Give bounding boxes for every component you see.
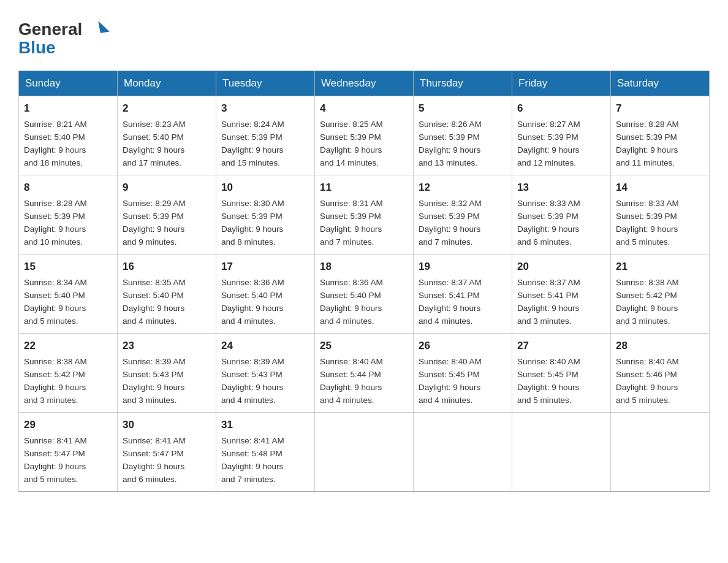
day-info: Sunrise: 8:34 AMSunset: 5:40 PMDaylight:…	[24, 278, 87, 326]
day-info: Sunrise: 8:36 AMSunset: 5:40 PMDaylight:…	[221, 278, 284, 326]
day-info: Sunrise: 8:37 AMSunset: 5:41 PMDaylight:…	[517, 278, 580, 326]
day-number: 13	[517, 180, 605, 196]
day-info: Sunrise: 8:24 AMSunset: 5:39 PMDaylight:…	[221, 120, 284, 167]
day-number: 21	[616, 259, 704, 275]
weekday-header-saturday: Saturday	[611, 71, 710, 96]
day-info: Sunrise: 8:28 AMSunset: 5:39 PMDaylight:…	[24, 199, 87, 247]
page-header: General Blue	[18, 12, 710, 59]
day-number: 27	[517, 338, 605, 354]
day-info: Sunrise: 8:40 AMSunset: 5:45 PMDaylight:…	[419, 357, 482, 405]
calendar-cell: 6Sunrise: 8:27 AMSunset: 5:39 PMDaylight…	[512, 96, 611, 175]
day-number: 2	[123, 101, 211, 117]
day-info: Sunrise: 8:27 AMSunset: 5:39 PMDaylight:…	[517, 120, 580, 167]
calendar-table: SundayMondayTuesdayWednesdayThursdayFrid…	[18, 71, 710, 492]
day-info: Sunrise: 8:21 AMSunset: 5:40 PMDaylight:…	[24, 120, 87, 167]
day-info: Sunrise: 8:26 AMSunset: 5:39 PMDaylight:…	[419, 120, 482, 167]
day-info: Sunrise: 8:32 AMSunset: 5:39 PMDaylight:…	[419, 199, 482, 247]
logo-svg: General Blue	[18, 15, 113, 59]
day-number: 22	[24, 338, 112, 354]
calendar-cell: 28Sunrise: 8:40 AMSunset: 5:46 PMDayligh…	[611, 334, 710, 413]
weekday-header-monday: Monday	[118, 71, 216, 96]
day-number: 8	[24, 180, 112, 196]
calendar-week-row: 22Sunrise: 8:38 AMSunset: 5:42 PMDayligh…	[19, 334, 710, 413]
day-info: Sunrise: 8:36 AMSunset: 5:40 PMDaylight:…	[320, 278, 383, 326]
calendar-cell: 13Sunrise: 8:33 AMSunset: 5:39 PMDayligh…	[512, 175, 611, 255]
day-number: 17	[221, 259, 309, 275]
calendar-cell: 10Sunrise: 8:30 AMSunset: 5:39 PMDayligh…	[216, 175, 315, 255]
calendar-cell: 12Sunrise: 8:32 AMSunset: 5:39 PMDayligh…	[414, 175, 512, 255]
calendar-cell: 8Sunrise: 8:28 AMSunset: 5:39 PMDaylight…	[19, 175, 118, 255]
day-number: 5	[419, 101, 507, 117]
day-info: Sunrise: 8:39 AMSunset: 5:43 PMDaylight:…	[123, 357, 186, 405]
day-number: 9	[123, 180, 211, 196]
calendar-cell: 18Sunrise: 8:36 AMSunset: 5:40 PMDayligh…	[315, 255, 414, 334]
calendar-cell: 20Sunrise: 8:37 AMSunset: 5:41 PMDayligh…	[512, 255, 611, 334]
weekday-header-tuesday: Tuesday	[216, 71, 315, 96]
calendar-cell: 2Sunrise: 8:23 AMSunset: 5:40 PMDaylight…	[118, 96, 216, 175]
calendar-cell	[611, 413, 710, 492]
calendar-week-row: 8Sunrise: 8:28 AMSunset: 5:39 PMDaylight…	[19, 175, 710, 255]
day-info: Sunrise: 8:30 AMSunset: 5:39 PMDaylight:…	[221, 199, 284, 247]
day-info: Sunrise: 8:33 AMSunset: 5:39 PMDaylight:…	[517, 199, 580, 247]
calendar-cell	[315, 413, 414, 492]
day-info: Sunrise: 8:41 AMSunset: 5:47 PMDaylight:…	[123, 436, 186, 484]
calendar-cell: 5Sunrise: 8:26 AMSunset: 5:39 PMDaylight…	[414, 96, 512, 175]
day-info: Sunrise: 8:23 AMSunset: 5:40 PMDaylight:…	[123, 120, 186, 167]
day-info: Sunrise: 8:29 AMSunset: 5:39 PMDaylight:…	[123, 199, 186, 247]
calendar-cell: 17Sunrise: 8:36 AMSunset: 5:40 PMDayligh…	[216, 255, 315, 334]
calendar-cell: 22Sunrise: 8:38 AMSunset: 5:42 PMDayligh…	[19, 334, 118, 413]
calendar-cell: 25Sunrise: 8:40 AMSunset: 5:44 PMDayligh…	[315, 334, 414, 413]
day-number: 3	[221, 101, 309, 117]
weekday-header-thursday: Thursday	[414, 71, 512, 96]
day-info: Sunrise: 8:33 AMSunset: 5:39 PMDaylight:…	[616, 199, 679, 247]
day-number: 10	[221, 180, 309, 196]
day-number: 25	[320, 338, 408, 354]
day-info: Sunrise: 8:35 AMSunset: 5:40 PMDaylight:…	[123, 278, 186, 326]
calendar-cell: 26Sunrise: 8:40 AMSunset: 5:45 PMDayligh…	[414, 334, 512, 413]
day-number: 4	[320, 101, 408, 117]
calendar-cell: 30Sunrise: 8:41 AMSunset: 5:47 PMDayligh…	[118, 413, 216, 492]
day-number: 14	[616, 180, 704, 196]
day-number: 18	[320, 259, 408, 275]
calendar-cell: 24Sunrise: 8:39 AMSunset: 5:43 PMDayligh…	[216, 334, 315, 413]
day-info: Sunrise: 8:40 AMSunset: 5:44 PMDaylight:…	[320, 357, 383, 405]
weekday-header-sunday: Sunday	[19, 71, 118, 96]
calendar-cell: 15Sunrise: 8:34 AMSunset: 5:40 PMDayligh…	[19, 255, 118, 334]
weekday-header-row: SundayMondayTuesdayWednesdayThursdayFrid…	[19, 71, 710, 96]
calendar-week-row: 15Sunrise: 8:34 AMSunset: 5:40 PMDayligh…	[19, 255, 710, 334]
day-info: Sunrise: 8:28 AMSunset: 5:39 PMDaylight:…	[616, 120, 679, 167]
day-info: Sunrise: 8:41 AMSunset: 5:48 PMDaylight:…	[221, 436, 284, 484]
day-info: Sunrise: 8:40 AMSunset: 5:45 PMDaylight:…	[517, 357, 580, 405]
calendar-cell: 23Sunrise: 8:39 AMSunset: 5:43 PMDayligh…	[118, 334, 216, 413]
day-info: Sunrise: 8:39 AMSunset: 5:43 PMDaylight:…	[221, 357, 284, 405]
day-number: 7	[616, 101, 704, 117]
calendar-cell: 1Sunrise: 8:21 AMSunset: 5:40 PMDaylight…	[19, 96, 118, 175]
day-info: Sunrise: 8:41 AMSunset: 5:47 PMDaylight:…	[24, 436, 87, 484]
calendar-cell: 27Sunrise: 8:40 AMSunset: 5:45 PMDayligh…	[512, 334, 611, 413]
day-info: Sunrise: 8:38 AMSunset: 5:42 PMDaylight:…	[24, 357, 87, 405]
day-info: Sunrise: 8:31 AMSunset: 5:39 PMDaylight:…	[320, 199, 383, 247]
calendar-cell: 16Sunrise: 8:35 AMSunset: 5:40 PMDayligh…	[118, 255, 216, 334]
day-number: 30	[123, 417, 211, 433]
day-number: 24	[221, 338, 309, 354]
day-number: 29	[24, 417, 112, 433]
calendar-week-row: 29Sunrise: 8:41 AMSunset: 5:47 PMDayligh…	[19, 413, 710, 492]
day-number: 6	[517, 101, 605, 117]
day-number: 31	[221, 417, 309, 433]
day-number: 23	[123, 338, 211, 354]
svg-marker-1	[98, 20, 109, 33]
day-number: 15	[24, 259, 112, 275]
day-number: 11	[320, 180, 408, 196]
calendar-cell: 9Sunrise: 8:29 AMSunset: 5:39 PMDaylight…	[118, 175, 216, 255]
day-number: 19	[419, 259, 507, 275]
calendar-cell: 19Sunrise: 8:37 AMSunset: 5:41 PMDayligh…	[414, 255, 512, 334]
logo: General Blue	[18, 12, 113, 59]
calendar-cell: 14Sunrise: 8:33 AMSunset: 5:39 PMDayligh…	[611, 175, 710, 255]
weekday-header-friday: Friday	[512, 71, 611, 96]
day-info: Sunrise: 8:37 AMSunset: 5:41 PMDaylight:…	[419, 278, 482, 326]
day-number: 16	[123, 259, 211, 275]
day-number: 20	[517, 259, 605, 275]
calendar-cell: 11Sunrise: 8:31 AMSunset: 5:39 PMDayligh…	[315, 175, 414, 255]
calendar-cell: 7Sunrise: 8:28 AMSunset: 5:39 PMDaylight…	[611, 96, 710, 175]
day-number: 28	[616, 338, 704, 354]
